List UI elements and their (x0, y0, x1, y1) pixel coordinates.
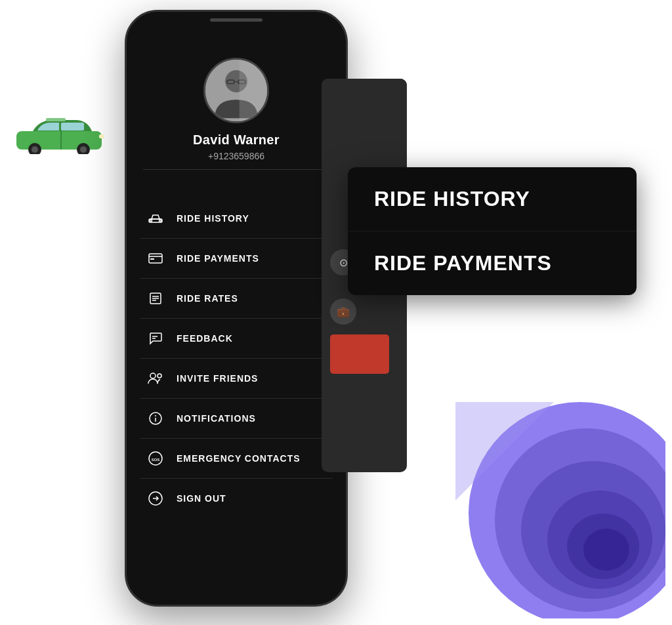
svg-rect-18 (150, 258, 154, 260)
popup-ride-history[interactable]: RIDE HISTORY (348, 167, 637, 232)
menu-item-ride-payments[interactable]: RIDE PAYMENTS (140, 239, 333, 279)
ride-payments-label: RIDE PAYMENTS (177, 253, 259, 264)
menu-item-sign-out[interactable]: SIGN OUT (140, 479, 333, 518)
popup-card: RIDE HISTORY RIDE PAYMENTS (348, 167, 637, 295)
svg-text:SOS: SOS (152, 458, 160, 462)
menu-item-invite-friends[interactable]: INVITE FRIENDS (140, 359, 333, 399)
user-name: David Warner (193, 132, 280, 148)
svg-point-29 (155, 415, 156, 416)
info-icon (146, 409, 165, 428)
svg-point-39 (583, 529, 629, 571)
menu-item-feedback[interactable]: FEEDBACK (140, 319, 333, 359)
svg-rect-1 (61, 123, 84, 131)
menu-item-ride-history[interactable]: RIDE HISTORY (140, 199, 333, 239)
avatar (203, 58, 269, 123)
briefcase-button[interactable]: 💼 (330, 298, 356, 325)
profile-section: David Warner +9123659866 (127, 45, 346, 180)
user-phone: +9123659866 (208, 151, 264, 161)
friends-icon (146, 369, 165, 388)
menu-item-emergency-contacts[interactable]: SOS EMERGENCY CONTACTS (140, 439, 333, 479)
popup-ride-history-text: RIDE HISTORY (374, 187, 530, 211)
svg-point-5 (80, 146, 87, 153)
ride-rates-label: RIDE RATES (177, 293, 238, 304)
car-icon (146, 209, 165, 228)
feedback-icon (146, 329, 165, 348)
ride-history-label: RIDE HISTORY (177, 213, 249, 224)
invite-friends-label: INVITE FRIENDS (177, 373, 258, 384)
svg-rect-14 (240, 60, 267, 121)
emergency-contacts-label: EMERGENCY CONTACTS (177, 453, 301, 464)
svg-rect-8 (46, 118, 66, 121)
sos-icon: SOS (146, 449, 165, 468)
sign-out-label: SIGN OUT (177, 493, 226, 504)
phone-pill (210, 18, 262, 22)
menu-list: RIDE HISTORY RIDE PAYMENTS (127, 199, 346, 518)
decorative-shape (436, 369, 665, 618)
popup-ride-payments[interactable]: RIDE PAYMENTS (348, 232, 637, 295)
svg-point-26 (158, 374, 161, 378)
popup-ride-payments-text: RIDE PAYMENTS (374, 251, 552, 275)
svg-point-25 (150, 373, 156, 378)
rates-icon (146, 289, 165, 308)
feedback-label: FEEDBACK (177, 333, 233, 344)
phone-notch (197, 12, 276, 31)
profile-divider (143, 169, 329, 170)
menu-item-notifications[interactable]: NOTIFICATIONS (140, 399, 333, 439)
svg-rect-15 (149, 219, 162, 222)
red-action-area (330, 334, 389, 374)
svg-rect-6 (99, 134, 104, 138)
signout-icon (146, 489, 165, 508)
menu-item-ride-rates[interactable]: RIDE RATES (140, 279, 333, 319)
svg-point-3 (32, 146, 38, 153)
car-illustration (10, 115, 108, 154)
phone-mockup: David Warner +9123659866 RIDE HISTORY (125, 10, 348, 607)
card-icon (146, 249, 165, 268)
notifications-label: NOTIFICATIONS (177, 413, 256, 424)
